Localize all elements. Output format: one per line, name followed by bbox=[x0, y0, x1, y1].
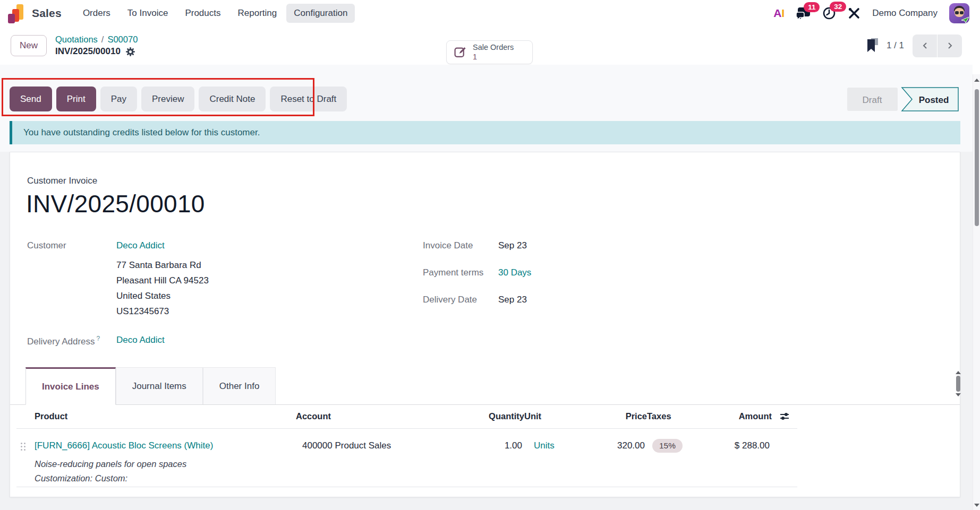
delivery-address-value-link[interactable]: Deco Addict bbox=[116, 335, 165, 345]
company-switcher[interactable]: Demo Company bbox=[872, 8, 938, 19]
pager-previous-button[interactable] bbox=[913, 34, 937, 57]
pay-button[interactable]: Pay bbox=[100, 87, 137, 111]
tab-other-info[interactable]: Other Info bbox=[203, 367, 276, 404]
reset-to-draft-button[interactable]: Reset to Draft bbox=[270, 87, 347, 111]
delivery-address-label: Delivery Address? bbox=[27, 335, 100, 347]
invoice-date-value[interactable]: Sep 23 bbox=[498, 240, 527, 251]
window-scroll-up-icon[interactable] bbox=[974, 79, 979, 82]
chevron-right-icon bbox=[947, 42, 953, 49]
bookmark-icon bbox=[867, 38, 878, 53]
tab-journal-items[interactable]: Journal Items bbox=[116, 367, 203, 404]
pager-next-button[interactable] bbox=[938, 34, 962, 57]
menu-to-invoice[interactable]: To Invoice bbox=[120, 4, 176, 23]
address-line-4: US12345673 bbox=[116, 304, 209, 319]
cell-amount[interactable]: $ 288.00 bbox=[734, 428, 772, 487]
tab-invoice-lines[interactable]: Invoice Lines bbox=[25, 367, 116, 405]
invoice-number-title: INV/2025/00010 bbox=[26, 189, 205, 218]
menu-configuration[interactable]: Configuration bbox=[286, 4, 355, 23]
cell-taxes[interactable]: 15% bbox=[647, 428, 734, 487]
status-draft[interactable]: Draft bbox=[863, 95, 882, 105]
activities-button[interactable]: 32 bbox=[822, 6, 836, 20]
product-description-2: Customization: Custom: bbox=[35, 471, 296, 486]
invoice-line-row[interactable]: [FURN_6666] Acoustic Bloc Screens (White… bbox=[16, 428, 797, 487]
window-scroll-down-icon[interactable] bbox=[974, 504, 979, 507]
drag-handle-icon[interactable] bbox=[21, 443, 26, 451]
new-button[interactable]: New bbox=[11, 35, 47, 56]
delivery-date-label: Delivery Date bbox=[423, 295, 477, 305]
payment-terms-value-link[interactable]: 30 Days bbox=[498, 267, 531, 278]
cell-price[interactable]: 320.00 bbox=[611, 428, 647, 487]
address-line-3: United States bbox=[116, 288, 209, 304]
scroll-up-arrow-icon[interactable] bbox=[956, 371, 961, 374]
product-descriptions: Noise-reducing panels for open spaces Cu… bbox=[35, 457, 296, 486]
breadcrumb-s00070-link[interactable]: S00070 bbox=[107, 34, 138, 44]
unit-link[interactable]: Units bbox=[534, 440, 555, 451]
invoice-form-sheet: Customer Invoice INV/2025/00010 Customer… bbox=[10, 152, 960, 497]
header-product[interactable]: Product bbox=[35, 405, 296, 428]
address-line-1: 77 Santa Barbara Rd bbox=[116, 257, 209, 273]
window-scrollbar-thumb[interactable] bbox=[975, 89, 979, 226]
stat-button-count: 1 bbox=[473, 53, 514, 62]
credit-note-button[interactable]: Credit Note bbox=[199, 87, 266, 111]
status-bar: Draft Posted bbox=[847, 87, 959, 112]
messages-button[interactable]: 11 bbox=[796, 7, 811, 20]
invoice-lines-table: Product Account Quantity Unit Price Taxe… bbox=[16, 405, 797, 487]
user-avatar[interactable] bbox=[949, 3, 969, 23]
breadcrumb-quotations-link[interactable]: Quotations bbox=[55, 34, 98, 44]
stat-button-label: Sale Orders bbox=[473, 43, 514, 52]
product-description-1: Noise-reducing panels for open spaces bbox=[35, 457, 296, 471]
cell-quantity[interactable]: 1.00 bbox=[468, 428, 524, 487]
gear-icon bbox=[125, 47, 135, 57]
status-posted[interactable]: Posted bbox=[919, 95, 949, 105]
bookmark-toggle[interactable] bbox=[867, 38, 878, 53]
header-quantity[interactable]: Quantity bbox=[468, 405, 524, 428]
header-account[interactable]: Account bbox=[296, 405, 468, 428]
banner-text: You have outstanding credits listed belo… bbox=[23, 127, 260, 138]
preview-button[interactable]: Preview bbox=[141, 87, 194, 111]
product-link[interactable]: [FURN_6666] Acoustic Bloc Screens (White… bbox=[35, 440, 213, 451]
record-actions-menu[interactable] bbox=[125, 47, 135, 57]
breadcrumb: Quotations/S00070 INV/2025/00010 bbox=[55, 34, 138, 58]
activities-count-badge: 32 bbox=[830, 2, 846, 12]
scroll-down-arrow-icon[interactable] bbox=[956, 393, 961, 396]
invoice-date-label: Invoice Date bbox=[423, 240, 473, 251]
breadcrumb-separator: / bbox=[98, 34, 108, 44]
sale-orders-stat-button[interactable]: Sale Orders 1 bbox=[446, 40, 533, 64]
customer-value-link[interactable]: Deco Addict bbox=[116, 240, 165, 251]
notebook-tabs: Invoice Lines Journal Items Other Info bbox=[10, 367, 960, 405]
edit-document-icon bbox=[454, 46, 467, 59]
app-name: Sales bbox=[32, 7, 62, 20]
sales-app-icon bbox=[7, 3, 26, 23]
cell-unit[interactable]: Units bbox=[524, 428, 611, 487]
messages-count-badge: 11 bbox=[804, 2, 820, 12]
table-scrollbar[interactable] bbox=[955, 371, 961, 401]
ai-assistant-icon[interactable]: AI bbox=[773, 7, 785, 20]
outstanding-credits-banner: You have outstanding credits listed belo… bbox=[10, 121, 960, 144]
menu-reporting[interactable]: Reporting bbox=[231, 4, 285, 23]
main-menu: Orders To Invoice Products Reporting Con… bbox=[75, 4, 355, 23]
cell-account[interactable]: 400000 Product Sales bbox=[296, 428, 468, 487]
window-scrollbar[interactable] bbox=[973, 74, 980, 510]
print-button[interactable]: Print bbox=[56, 87, 96, 111]
document-type-label: Customer Invoice bbox=[27, 176, 97, 186]
app-brand[interactable]: Sales bbox=[7, 3, 62, 23]
tax-badge[interactable]: 15% bbox=[652, 439, 683, 453]
customer-label: Customer bbox=[27, 240, 66, 251]
address-line-2: Pleasant Hill CA 94523 bbox=[116, 273, 209, 288]
header-price[interactable]: Price bbox=[611, 405, 647, 428]
header-amount[interactable]: Amount bbox=[734, 405, 772, 428]
help-question-icon: ? bbox=[97, 335, 100, 342]
top-navbar: Sales Orders To Invoice Products Reporti… bbox=[0, 0, 980, 27]
breadcrumb-current-record: INV/2025/00010 bbox=[55, 46, 121, 57]
customer-address: 77 Santa Barbara Rd Pleasant Hill CA 945… bbox=[116, 257, 209, 319]
send-button[interactable]: Send bbox=[10, 87, 52, 111]
header-unit[interactable]: Unit bbox=[524, 405, 611, 428]
header-taxes[interactable]: Taxes bbox=[647, 405, 734, 428]
tools-button[interactable] bbox=[848, 7, 860, 20]
menu-orders[interactable]: Orders bbox=[75, 4, 118, 23]
menu-products[interactable]: Products bbox=[177, 4, 228, 23]
plane-status-icon bbox=[961, 16, 969, 23]
optional-columns-icon[interactable] bbox=[780, 412, 789, 421]
table-scrollbar-thumb[interactable] bbox=[956, 376, 960, 392]
delivery-date-value[interactable]: Sep 23 bbox=[498, 295, 527, 305]
